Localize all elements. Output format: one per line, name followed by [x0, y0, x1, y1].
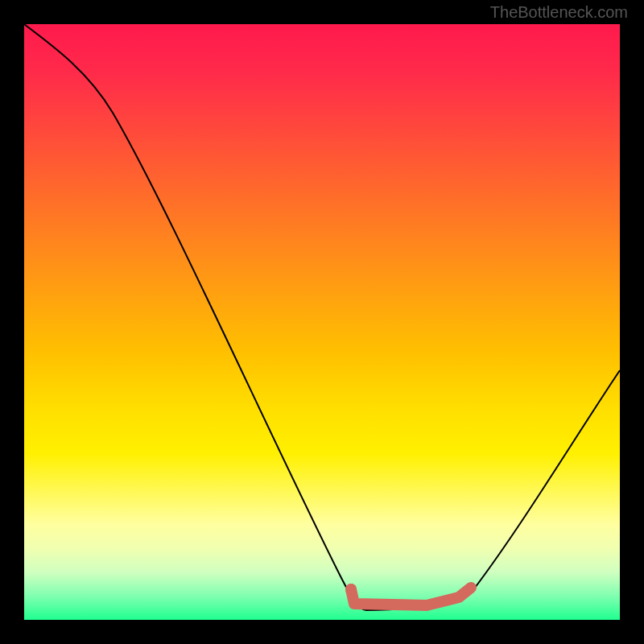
- bottleneck-curve-line: [24, 24, 620, 610]
- optimal-range-marker: [351, 588, 471, 605]
- chart-svg: [24, 24, 620, 620]
- chart-plot-area: [24, 24, 620, 620]
- optimal-start-dot: [345, 584, 357, 595]
- watermark-text: TheBottleneck.com: [490, 3, 628, 22]
